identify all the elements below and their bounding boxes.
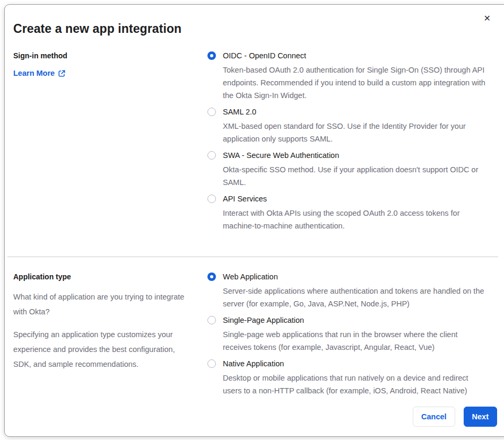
option-title: Native Application [223,359,488,369]
option-description: XML-based open standard for SSO. Use if … [223,120,488,145]
radio-unselected-icon[interactable] [207,316,216,324]
option-title: Single-Page Application [223,315,488,325]
radio-option-single-page-application[interactable]: Single-Page Application Single-page web … [207,315,488,354]
radio-selected-icon[interactable] [207,51,216,60]
radio-option-web-application[interactable]: Web Application Server-side applications… [207,272,488,310]
radio-option-native-application[interactable]: Native Application Desktop or mobile app… [207,359,488,397]
radio-option-saml[interactable]: SAML 2.0 XML-based open standard for SSO… [207,107,488,145]
dialog-title: Create a new app integration [5,21,504,36]
application-type-section: Application type What kind of applicatio… [5,272,504,402]
application-type-help-1: What kind of application are you trying … [13,289,195,319]
application-type-label: Application type [13,272,195,281]
radio-option-swa[interactable]: SWA - Secure Web Authentication Okta-spe… [207,151,488,189]
radio-unselected-icon[interactable] [207,195,216,203]
option-description: Server-side applications where authentic… [223,285,488,310]
signin-method-section: Sign-in method Learn More OIDC - OpenID … [5,51,504,237]
option-title: API Services [223,194,488,204]
radio-option-oidc[interactable]: OIDC - OpenID Connect Token-based OAuth … [207,51,488,102]
external-link-icon [58,69,66,77]
cancel-button[interactable]: Cancel [413,407,455,427]
application-type-help-2: Specifying an application type customize… [13,327,195,372]
option-description: Token-based OAuth 2.0 authentication for… [223,64,488,102]
radio-selected-icon[interactable] [207,272,216,281]
option-title: SAML 2.0 [223,107,488,117]
dialog-footer: Cancel Next [413,407,504,427]
option-description: Okta-specific SSO method. Use if your ap… [223,163,488,189]
option-description: Single-page web applications that run in… [223,328,488,354]
radio-unselected-icon[interactable] [207,359,216,368]
radio-option-api-services[interactable]: API Services Interact with Okta APIs usi… [207,194,488,232]
option-description: Desktop or mobile applications that run … [223,372,488,397]
option-title: Web Application [223,272,488,282]
option-title: SWA - Secure Web Authentication [223,151,488,161]
close-icon[interactable]: ✕ [482,12,493,25]
next-button[interactable]: Next [464,407,497,427]
radio-unselected-icon[interactable] [207,108,216,116]
create-app-integration-dialog: ✕ Create a new app integration Sign-in m… [4,4,504,437]
option-title: OIDC - OpenID Connect [223,51,488,61]
radio-unselected-icon[interactable] [207,151,216,160]
learn-more-link[interactable]: Learn More [13,69,66,77]
signin-method-label: Sign-in method [13,51,195,60]
option-description: Interact with Okta APIs using the scoped… [223,207,488,232]
learn-more-label: Learn More [13,69,55,77]
section-divider [7,257,498,257]
